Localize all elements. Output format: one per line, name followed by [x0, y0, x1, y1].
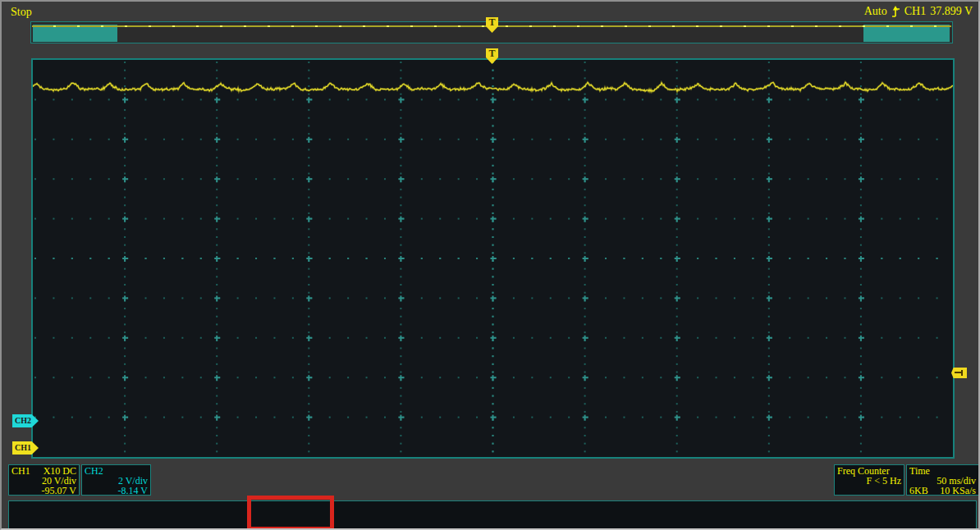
- oscilloscope-screen: Stop Auto CH1 37.899 V T T CH2 CH1 CH1: [0, 0, 980, 530]
- freq-counter-value: F < 5 Hz: [837, 476, 901, 486]
- rising-edge-trigger-icon: [891, 6, 900, 18]
- graticule: [31, 58, 955, 459]
- timebase-box: Time 50 ms/div 6KB 10 KSa/s: [906, 464, 979, 496]
- run-state-label: Stop: [11, 6, 32, 19]
- vrms-highlight-box: [247, 496, 334, 530]
- ch2-offset: -8.14 V: [85, 486, 148, 496]
- ch1-info-box: CH1 X10 DC 20 V/div -95.07 V: [8, 464, 80, 496]
- memory-offscreen-left-block: [33, 25, 117, 42]
- waveform-canvas: [33, 60, 953, 457]
- trigger-status: Auto CH1 37.899 V: [864, 5, 973, 18]
- trigger-source-label: CH1: [904, 5, 926, 18]
- measure-col-vcrms: Vcrms= 0.000 mV Vcrms= ****: [344, 503, 424, 530]
- sample-rate: 10 KSa/s: [940, 486, 976, 496]
- measure-col-vmax: Vmax= 183.859 V Vmax= ****: [95, 503, 175, 530]
- ch1-offset: -95.07 V: [11, 486, 76, 496]
- measure-col-vpp: Vpp= 6.537 V Vpp= ****: [178, 503, 240, 530]
- trigger-mode-label: Auto: [864, 5, 887, 18]
- memory-depth: 6KB: [909, 486, 928, 496]
- ch1-name: CH1: [11, 466, 30, 476]
- measure-col-freq: F= 0.000 Hz F= 0.000 Hz: [427, 503, 480, 530]
- ch2-info-box: CH2 2 V/div -8.14 V: [81, 464, 151, 496]
- measure-col-vmin: Vmin= 177.322 V Vmin= ****: [12, 503, 90, 530]
- measure-col-pulse: Pulse(+)= **** Pulse(+)= ****: [593, 503, 659, 530]
- measure-col-duty: Duty(+)= **** Duty(+)= ****: [510, 503, 575, 530]
- freq-counter-box: Freq Counter F < 5 Hz: [834, 464, 904, 496]
- measurement-bar: Vmin= 177.322 V Vmin= **** Vmax= 183.859…: [8, 500, 977, 529]
- trigger-level-value: 37.899 V: [930, 5, 973, 18]
- memory-offscreen-right-block: [863, 25, 950, 42]
- trigger-level-marker: [951, 368, 967, 378]
